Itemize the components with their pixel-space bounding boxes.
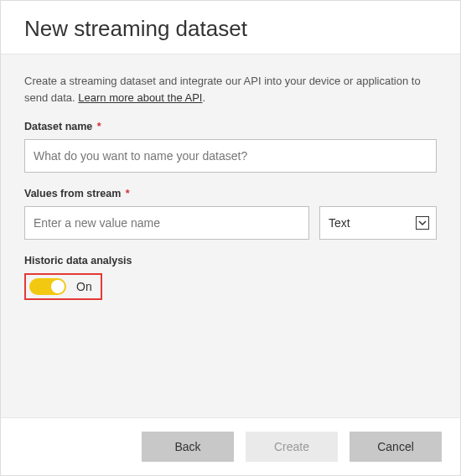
value-name-input[interactable] [24, 206, 309, 240]
dataset-name-input[interactable] [24, 139, 437, 173]
dialog-header: New streaming dataset [1, 1, 460, 54]
values-from-stream-label: Values from stream * [24, 188, 437, 199]
highlight-annotation: On [24, 273, 102, 300]
dataset-name-label-text: Dataset name [24, 121, 92, 132]
dialog: New streaming dataset Create a streaming… [0, 0, 461, 476]
learn-more-link[interactable]: Learn more about the API [78, 91, 202, 104]
chevron-down-icon [416, 216, 429, 230]
historic-data-field: Historic data analysis On [24, 255, 437, 300]
page-title: New streaming dataset [24, 16, 437, 42]
historic-data-toggle[interactable] [29, 278, 66, 295]
required-marker: * [126, 188, 130, 199]
description-suffix: . [202, 91, 205, 104]
historic-data-state: On [76, 280, 92, 293]
create-button[interactable]: Create [246, 432, 338, 462]
values-from-stream-label-text: Values from stream [24, 188, 121, 199]
description: Create a streaming dataset and integrate… [24, 73, 437, 106]
cancel-button[interactable]: Cancel [350, 432, 442, 462]
toggle-knob [51, 280, 65, 293]
values-from-stream-field: Values from stream * Text [24, 188, 437, 240]
dialog-footer: Back Create Cancel [1, 418, 460, 475]
dataset-name-field: Dataset name * [24, 121, 437, 173]
values-row: Text [24, 206, 437, 240]
dialog-body: Create a streaming dataset and integrate… [1, 54, 460, 418]
value-type-select[interactable]: Text [319, 206, 437, 240]
value-type-selected: Text [329, 216, 350, 230]
dataset-name-label: Dataset name * [24, 121, 437, 132]
historic-data-label: Historic data analysis [24, 255, 437, 266]
back-button[interactable]: Back [142, 432, 234, 462]
required-marker: * [97, 121, 101, 132]
